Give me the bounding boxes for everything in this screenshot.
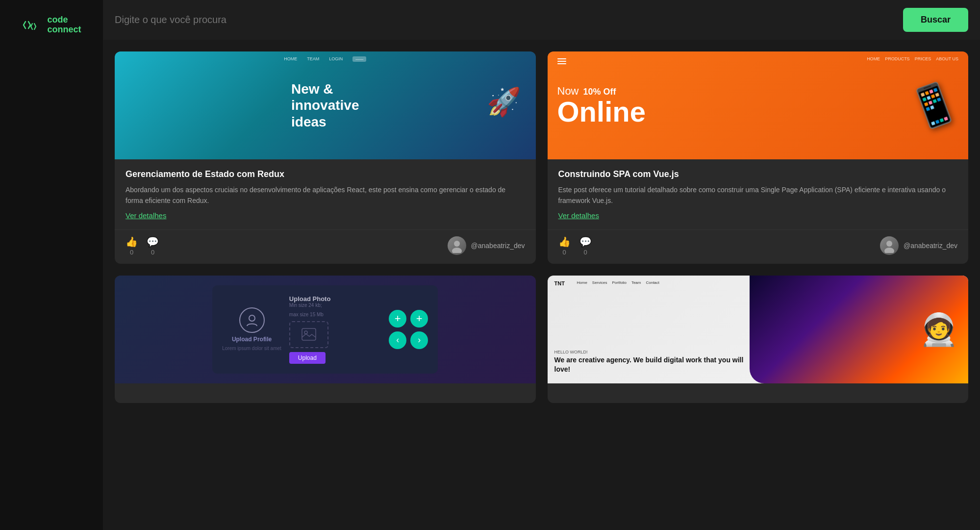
image-placeholder-icon [301, 328, 317, 341]
upload-ui: Upload Profile Lorem ipsum dolor sit ame… [212, 285, 438, 374]
header: Buscar [103, 0, 980, 40]
agency-hero-image: 🧑‍🚀 [750, 276, 968, 383]
card-1-details-link[interactable]: Ver detalhes [126, 211, 525, 220]
next-button[interactable]: › [410, 331, 428, 349]
card-2-avatar [880, 236, 899, 255]
card-vuejs: HOME PRODUCTS PRICES ABOUT US Now 10% Of… [548, 51, 969, 264]
upload-profile-label: Upload Profile [232, 336, 272, 343]
add-button-1[interactable]: + [389, 310, 406, 328]
card-1-likes: 👍 0 [126, 236, 138, 256]
thumbs-up-icon-2[interactable]: 👍 [558, 236, 571, 248]
upload-photo-section: Upload Photo Min size 24 kb; max size 15… [289, 295, 381, 364]
card-1-image: HOME TEAM LOGIN —— New &innovativeideas … [115, 51, 536, 159]
comment-icon[interactable]: 💬 [147, 236, 159, 248]
svg-point-4 [884, 248, 894, 253]
svg-point-5 [249, 315, 255, 321]
card-2-likes-count: 0 [562, 249, 566, 256]
upload-photo-label: Upload Photo [289, 295, 381, 303]
upload-action-row-2: ‹ › [389, 331, 428, 349]
agency-text: HELLO WORLD! We are creative agency. We … [554, 350, 748, 373]
card-1-title: Gerenciamento de Estado com Redux [126, 169, 525, 179]
person-icon [245, 313, 259, 327]
card-2-likes: 👍 0 [558, 236, 571, 256]
logo: code connect [22, 15, 81, 35]
hamburger-icon [557, 58, 566, 64]
card-1-author: @anabeatriz_dev [448, 236, 525, 255]
card-2-author-name: @anabeatriz_dev [904, 242, 957, 250]
card-4-image: TNT Home Services Portfolio Team Contact… [548, 276, 969, 383]
upload-profile-sublabel: Lorem ipsum dolor sit amet [222, 346, 281, 351]
card-redux: HOME TEAM LOGIN —— New &innovativeideas … [115, 51, 536, 264]
card-upload-profile: Upload Profile Lorem ipsum dolor sit ame… [115, 276, 536, 403]
svg-rect-6 [302, 328, 316, 340]
main-content: Buscar HOME TEAM LOGIN —— New &innovativ… [103, 0, 980, 530]
profile-avatar-icon [239, 307, 265, 333]
card-1-author-name: @anabeatriz_dev [471, 242, 525, 250]
add-button-2[interactable]: + [410, 310, 428, 328]
logo-text: code connect [47, 15, 81, 35]
upload-photo-sub-min: Min size 24 kb; [289, 303, 381, 308]
card-3-image: Upload Profile Lorem ipsum dolor sit ame… [115, 276, 536, 383]
upload-photo-placeholder [289, 321, 328, 348]
card-4-body [548, 383, 969, 403]
card-1-footer: 👍 0 💬 0 @anabeatriz_dev [115, 229, 536, 264]
upload-actions: + + ‹ › [389, 310, 428, 349]
phone-icon: 📱 [903, 76, 965, 136]
card-agency: TNT Home Services Portfolio Team Contact… [548, 276, 969, 403]
card-2-author: @anabeatriz_dev [880, 236, 957, 255]
card-1-body: Gerenciamento de Estado com Redux Aborda… [115, 159, 536, 229]
card-1-comments: 💬 0 [147, 236, 159, 256]
card-1-comments-count: 0 [151, 249, 154, 256]
avatar-icon [450, 238, 464, 253]
card-1-description: Abordando um dos aspectos cruciais no de… [126, 184, 525, 206]
card-2-comments: 💬 0 [579, 236, 592, 256]
card-2-details-link[interactable]: Ver detalhes [558, 211, 958, 220]
card-2-body: Construindo SPA com Vue.js Este post ofe… [548, 159, 969, 229]
avatar-icon-2 [882, 238, 897, 253]
logo-icon [22, 15, 42, 35]
upload-profile-section: Upload Profile Lorem ipsum dolor sit ame… [222, 307, 281, 351]
upload-photo-sub-max: max size 15 Mb [289, 312, 381, 317]
svg-point-1 [454, 241, 460, 247]
card-2-description: Este post oferece um tutorial detalhado … [558, 184, 958, 206]
card-2-title: Construindo SPA com Vue.js [558, 169, 958, 179]
sidebar: code connect [0, 0, 103, 530]
card-1-actions: 👍 0 💬 0 [126, 236, 159, 256]
card-2-actions: 👍 0 💬 0 [558, 236, 592, 256]
svg-point-3 [886, 241, 892, 247]
rocket-icon: 🚀 [487, 86, 521, 118]
mock-nav-1: HOME TEAM LOGIN —— [115, 56, 536, 62]
card-3-body [115, 383, 536, 403]
card-1-likes-count: 0 [130, 249, 133, 256]
card-1-avatar [448, 236, 466, 255]
search-input[interactable] [115, 10, 895, 29]
card-2-comments-count: 0 [583, 249, 587, 256]
comment-icon-2[interactable]: 💬 [579, 236, 592, 248]
orange-nav: HOME PRODUCTS PRICES ABOUT US [867, 56, 958, 61]
thumbs-up-icon[interactable]: 👍 [126, 236, 138, 248]
upload-button[interactable]: Upload [289, 352, 326, 364]
card-2-image: HOME PRODUCTS PRICES ABOUT US Now 10% Of… [548, 51, 969, 159]
prev-button[interactable]: ‹ [389, 331, 406, 349]
agency-brand-label: TNT [554, 280, 565, 286]
astronaut-icon: 🧑‍🚀 [919, 311, 958, 348]
card-2-footer: 👍 0 💬 0 @anabeatriz_dev [548, 229, 969, 264]
cards-grid: HOME TEAM LOGIN —— New &innovativeideas … [103, 40, 980, 415]
search-button[interactable]: Buscar [903, 8, 968, 32]
svg-point-2 [452, 248, 462, 253]
upload-action-row-1: + + [389, 310, 428, 328]
agency-nav: Home Services Portfolio Team Contact [577, 280, 660, 285]
